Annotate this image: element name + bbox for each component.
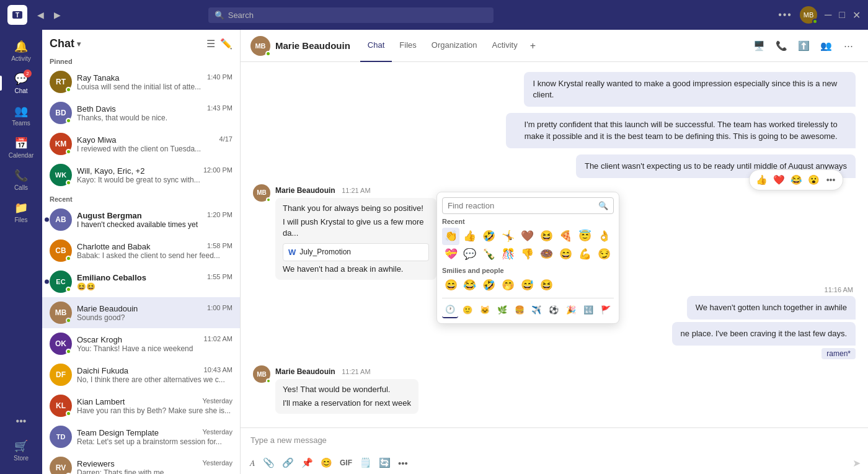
emoji-cell[interactable]: 💬 bbox=[461, 246, 479, 263]
more-compose-btn[interactable]: ••• bbox=[396, 456, 410, 470]
emoji-cell[interactable]: 🤣 bbox=[480, 277, 498, 294]
emoji-cell[interactable]: 🍾 bbox=[480, 246, 498, 263]
chat-title-chevron[interactable]: ▾ bbox=[77, 40, 81, 48]
emoji-cell[interactable]: 😏 bbox=[595, 246, 613, 263]
emoji-cat-food-btn[interactable]: 🍔 bbox=[512, 302, 528, 318]
nav-item-calls[interactable]: 📞 Calls bbox=[0, 164, 42, 196]
heart-reaction-btn[interactable]: ❤️ bbox=[771, 172, 787, 188]
emoji-search-box[interactable]: 🔍 bbox=[442, 197, 614, 214]
nav-item-teams[interactable]: 👥 Teams bbox=[0, 99, 42, 132]
chat-item-kayo[interactable]: KM Kayo Miwa4/17 I reviewed with the cli… bbox=[42, 128, 240, 159]
emoji-btn[interactable]: 😊 bbox=[319, 455, 334, 470]
emoji-cell[interactable]: 🍕 bbox=[557, 228, 574, 245]
chat-item-emiliano[interactable]: EC Emiliano Ceballos1:55 PM 😆😆 bbox=[42, 266, 240, 297]
emoji-cell[interactable]: 👍 bbox=[461, 228, 479, 245]
user-avatar-top[interactable]: MB bbox=[800, 6, 817, 24]
emoji-cat-smilies-btn[interactable]: 🙂 bbox=[459, 302, 476, 318]
emoji-cat-flags-btn[interactable]: 🚩 bbox=[598, 302, 614, 318]
format-btn[interactable]: 𝐴 bbox=[248, 456, 257, 470]
emoji-cell[interactable]: 👏 bbox=[442, 228, 459, 245]
chat-item-ray[interactable]: RT Ray Tanaka1:40 PM Louisa will send th… bbox=[42, 66, 240, 97]
thumbs-up-reaction-btn[interactable]: 👍 bbox=[753, 172, 769, 188]
chat-item-kian[interactable]: KL Kian LambertYesterday Have you ran th… bbox=[42, 390, 240, 421]
tab-chat[interactable]: Chat bbox=[360, 30, 392, 62]
chat-item-reviewers[interactable]: RV ReviewersYesterday Darren: Thats fine… bbox=[42, 452, 240, 474]
emoji-search-input[interactable] bbox=[448, 201, 595, 210]
emoji-cat-symbols-btn[interactable]: 🔣 bbox=[580, 302, 596, 318]
compose-input-field[interactable]: Type a new message bbox=[248, 432, 861, 454]
tab-add-btn[interactable]: + bbox=[525, 30, 541, 62]
emoji-cell[interactable]: 🤭 bbox=[500, 277, 517, 294]
nav-item-chat[interactable]: 💬 2 Chat bbox=[0, 67, 42, 99]
activity-icon: 🔔 bbox=[14, 40, 28, 53]
filter-btn[interactable]: ☰ bbox=[206, 38, 215, 50]
tab-files[interactable]: Files bbox=[392, 30, 423, 62]
emoji-cell[interactable]: 😆 bbox=[538, 228, 555, 245]
message-attachment[interactable]: W July_Promotion bbox=[283, 243, 429, 261]
avatar: KL bbox=[50, 395, 72, 417]
emoji-cell[interactable]: 💪 bbox=[576, 246, 593, 263]
chat-item-august[interactable]: AB August Bergman1:20 PM I haven't check… bbox=[42, 204, 240, 235]
emoji-cell[interactable]: 🤸 bbox=[500, 228, 517, 245]
emoji-cell[interactable]: 😄 bbox=[557, 246, 574, 263]
minimize-btn[interactable]: ─ bbox=[825, 9, 831, 20]
emoji-cat-recent-btn[interactable]: 🕐 bbox=[442, 302, 458, 318]
search-bar[interactable]: 🔍 Search bbox=[208, 7, 494, 23]
emoji-cell[interactable]: 🤎 bbox=[519, 228, 536, 245]
chat-item-will[interactable]: WK Will, Kayo, Eric, +212:00 PM Kayo: It… bbox=[42, 159, 240, 190]
emoji-cell[interactable]: 😂 bbox=[461, 277, 479, 294]
emoji-cell[interactable]: 😄 bbox=[442, 277, 459, 294]
emoji-cell[interactable]: 🤣 bbox=[480, 228, 498, 245]
nav-item-store[interactable]: 🛒 Store bbox=[14, 437, 29, 464]
tab-activity[interactable]: Activity bbox=[485, 30, 525, 62]
laugh-reaction-btn[interactable]: 😂 bbox=[788, 172, 804, 188]
more-actions-btn[interactable]: ⋯ bbox=[838, 36, 858, 56]
chat-item-daichi[interactable]: DF Daichi Fukuda10:43 AM No, I think the… bbox=[42, 359, 240, 390]
messages-area: I know Krystal really wanted to make a g… bbox=[241, 62, 868, 427]
emoji-cat-nature-btn[interactable]: 🌿 bbox=[494, 302, 510, 318]
emoji-cat-animals-btn[interactable]: 🐱 bbox=[477, 302, 493, 318]
emoji-cell[interactable]: 👌 bbox=[595, 228, 613, 245]
nav-more-btn[interactable]: ••• bbox=[16, 411, 27, 432]
nav-back-btn[interactable]: ◀ bbox=[35, 7, 46, 22]
chat-item-team-design[interactable]: TD Team Design TemplateYesterday Reta: L… bbox=[42, 421, 240, 452]
emoji-cat-travel-btn[interactable]: ✈️ bbox=[529, 302, 545, 318]
chat-item-beth[interactable]: BD Beth Davis1:43 PM Thanks, that would … bbox=[42, 97, 240, 128]
meet-btn[interactable]: 🔗 bbox=[280, 455, 296, 470]
screen-share-btn[interactable]: 🖥️ bbox=[749, 36, 769, 56]
wow-reaction-btn[interactable]: 😮 bbox=[805, 172, 822, 188]
chat-item-marie[interactable]: MB Marie Beaudouin1:00 PM Sounds good? bbox=[42, 297, 240, 328]
send-btn[interactable]: ➤ bbox=[852, 457, 861, 469]
emoji-cell[interactable]: 👎 bbox=[519, 246, 536, 263]
new-chat-btn[interactable]: ✏️ bbox=[220, 38, 232, 50]
nav-item-activity[interactable]: 🔔 Activity bbox=[0, 35, 42, 67]
word-icon: W bbox=[288, 248, 296, 257]
nav-item-calendar[interactable]: 📅 Calendar bbox=[0, 132, 42, 164]
emoji-cell[interactable]: 😇 bbox=[576, 228, 593, 245]
more-reactions-btn[interactable]: ••• bbox=[823, 172, 839, 188]
participants-btn[interactable]: 👥 bbox=[816, 36, 836, 56]
gif-btn[interactable]: GIF bbox=[338, 457, 354, 469]
emoji-cat-activities-btn[interactable]: ⚽ bbox=[546, 302, 562, 318]
tab-organization[interactable]: Organization bbox=[424, 30, 485, 62]
sticker-btn[interactable]: 🗒️ bbox=[358, 455, 373, 470]
nav-forward-btn[interactable]: ▶ bbox=[51, 7, 63, 22]
maximize-btn[interactable]: □ bbox=[839, 9, 845, 20]
more-options-btn[interactable]: ••• bbox=[778, 9, 792, 20]
emoji-recent-grid: 👏 👍 🤣 🤸 🤎 😆 🍕 😇 👌 💝 💬 🍾 bbox=[442, 228, 614, 263]
emoji-cell[interactable]: 😅 bbox=[519, 277, 536, 294]
call-btn[interactable]: 📞 bbox=[771, 36, 791, 56]
chat-item-oscar[interactable]: OK Oscar Krogh11:02 AM You: Thanks! Have… bbox=[42, 328, 240, 359]
emoji-cell[interactable]: 🍩 bbox=[538, 246, 555, 263]
emoji-cell[interactable]: 😆 bbox=[538, 277, 555, 294]
close-btn[interactable]: ✕ bbox=[852, 9, 861, 21]
chat-item-charlotte[interactable]: CB Charlotte and Babak1:58 PM Babak: I a… bbox=[42, 235, 240, 266]
loop-btn[interactable]: 🔄 bbox=[377, 455, 392, 470]
share-btn[interactable]: ⬆️ bbox=[794, 36, 813, 56]
emoji-cat-objects-btn[interactable]: 🎉 bbox=[563, 302, 579, 318]
clip-btn[interactable]: 📌 bbox=[299, 455, 315, 470]
emoji-cell[interactable]: 🎊 bbox=[500, 246, 517, 263]
nav-item-files[interactable]: 📁 Files bbox=[0, 196, 42, 228]
attach-file-btn[interactable]: 📎 bbox=[261, 455, 277, 470]
emoji-cell[interactable]: 💝 bbox=[442, 246, 459, 263]
